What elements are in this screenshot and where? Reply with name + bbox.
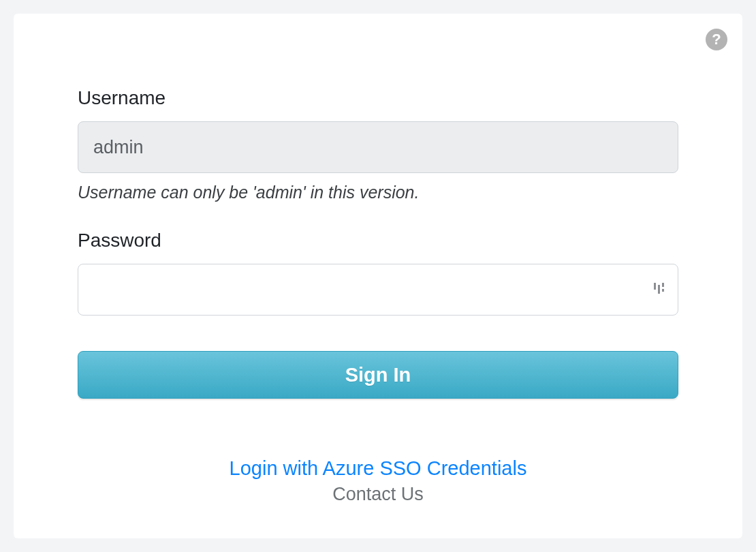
contact-us-link[interactable]: Contact Us [78, 484, 678, 505]
username-input [78, 121, 678, 173]
username-label: Username [78, 87, 678, 109]
username-help-text: Username can only be 'admin' in this ver… [78, 183, 678, 202]
username-group: Username Username can only be 'admin' in… [78, 87, 678, 202]
footer-links: Login with Azure SSO Credentials Contact… [78, 457, 678, 505]
azure-sso-link[interactable]: Login with Azure SSO Credentials [78, 457, 678, 480]
sign-in-button[interactable]: Sign In [78, 351, 678, 399]
password-input[interactable] [78, 264, 678, 316]
password-label: Password [78, 230, 678, 251]
login-form: Username Username can only be 'admin' in… [26, 26, 730, 505]
password-group: Password [78, 230, 678, 316]
login-card: ? Username Username can only be 'admin' … [14, 14, 742, 538]
help-icon[interactable]: ? [706, 29, 727, 50]
password-wrapper [78, 264, 678, 316]
svg-text:?: ? [712, 31, 721, 48]
